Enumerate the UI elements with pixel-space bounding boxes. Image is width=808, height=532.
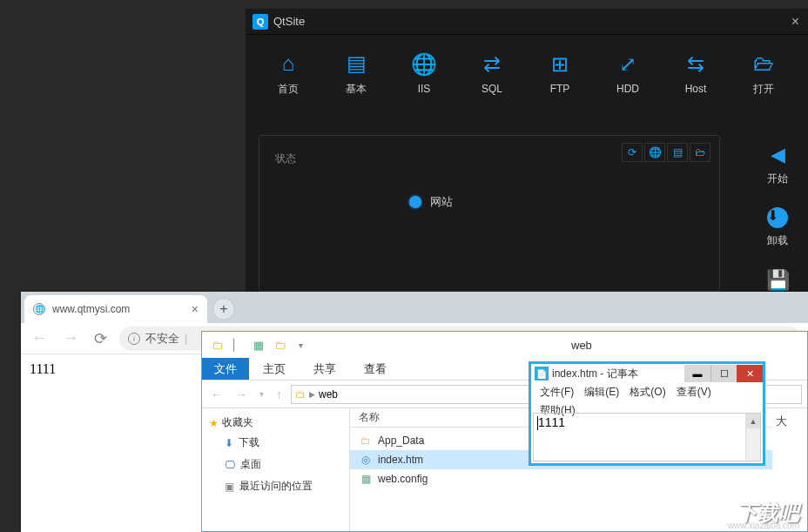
ribbon-file-tab[interactable]: 文件 [202, 358, 249, 380]
qat-sep: ▏ [228, 335, 247, 354]
tool-host-label: Host [685, 83, 707, 95]
sidebar-item-downloads[interactable]: ⬇下载 [205, 432, 346, 454]
tool-open[interactable]: 🗁打开 [730, 43, 798, 104]
tool-hdd[interactable]: ⤢HDD [594, 43, 662, 104]
tool-home[interactable]: ⌂首页 [254, 43, 322, 104]
chrome-tab[interactable]: 🌐 www.qtmysi.com × [24, 295, 207, 323]
panel-folder-button[interactable]: 🗁 [690, 143, 710, 162]
folder-open-icon: 🗁 [753, 51, 774, 77]
nav-back-button[interactable]: ← [207, 387, 226, 401]
nav-history-button[interactable]: ▾ [256, 389, 267, 399]
save-icon: 💾 [766, 269, 790, 292]
sidebar-favorites-header[interactable]: ★ 收藏夹 [205, 414, 346, 432]
folder-icon: 🗀 [359, 434, 373, 448]
chrome-file-icon: ◎ [359, 453, 373, 467]
ftp-icon: ⊞ [551, 51, 569, 77]
side-save-button[interactable]: 💾 [766, 269, 790, 292]
tool-home-label: 首页 [278, 82, 299, 97]
notepad-menubar: 文件(F) 编辑(E) 格式(O) 查看(V) 帮助(H) [531, 383, 763, 413]
sidebar-item-label: 桌面 [240, 457, 261, 472]
qtsite-sidepanel: ◀开始 ⬇卸载 💾 [747, 135, 808, 292]
tool-sql[interactable]: ⇄SQL [458, 43, 526, 104]
notepad-textarea[interactable]: 1111 ▲ [533, 413, 761, 461]
tool-iis[interactable]: 🌐IIS [390, 43, 458, 104]
sidebar-item-label: 最近访问的位置 [239, 479, 313, 494]
tool-host[interactable]: ⇆Host [662, 43, 730, 104]
maximize-button[interactable]: ☐ [710, 365, 737, 382]
download-circle-icon: ⬇ [767, 207, 788, 228]
ribbon-tab-view[interactable]: 查看 [350, 358, 401, 380]
file-label: web.config [378, 473, 428, 485]
hdd-icon: ⤢ [619, 51, 636, 77]
favorites-label: 收藏夹 [222, 415, 253, 430]
chevron-down-icon[interactable]: ▾ [291, 335, 310, 354]
scroll-up-icon[interactable]: ▲ [746, 414, 760, 428]
notepad-title: index.htm - 记事本 [552, 367, 684, 381]
tool-basic[interactable]: ▤基本 [322, 43, 390, 104]
scrollbar-vertical[interactable]: ▲ [745, 414, 760, 461]
forward-button[interactable]: → [59, 329, 82, 347]
qtsite-title: QtSite [273, 15, 791, 28]
panel-refresh-button[interactable]: ⟳ [622, 143, 643, 162]
folder-icon: 🗀 [295, 388, 306, 401]
new-tab-button[interactable]: + [212, 298, 235, 320]
file-item-webconfig[interactable]: ▦web.config [350, 469, 772, 488]
sidebar-item-label: 下载 [239, 435, 259, 450]
tool-ftp[interactable]: ⊞FTP [526, 43, 594, 104]
nav-forward-button[interactable]: → [232, 387, 251, 401]
tool-hdd-label: HDD [616, 83, 639, 95]
file-label: index.htm [378, 454, 423, 466]
chrome-tab-title: www.qtmysi.com [52, 303, 130, 315]
explorer-sidebar: ★ 收藏夹 ⬇下载 🖵桌面 ▣最近访问的位置 [202, 408, 350, 531]
qtsite-window: Q QtSite × ⌂首页 ▤基本 🌐IIS ⇄SQL ⊞FTP ⤢HDD ⇆… [246, 9, 808, 292]
panel-list-button[interactable]: ▤ [667, 143, 688, 162]
ribbon-tab-home[interactable]: 主页 [249, 358, 300, 380]
back-button[interactable]: ← [28, 329, 50, 347]
right-label: 大 [776, 414, 787, 428]
folder-icon: 🗀 [207, 335, 226, 354]
basic-icon: ▤ [347, 51, 367, 77]
breadcrumb-sep: ▶ [309, 390, 315, 399]
star-icon: ★ [209, 417, 219, 429]
desktop-icon: 🖵 [225, 459, 235, 471]
menu-format[interactable]: 格式(O) [624, 383, 670, 401]
explorer-titlebar[interactable]: 🗀 ▏ ▦ 🗀 ▾ web [202, 332, 807, 358]
close-icon[interactable]: × [791, 14, 799, 30]
side-uninstall-label: 卸载 [767, 233, 788, 248]
side-uninstall-button[interactable]: ⬇卸载 [767, 207, 788, 248]
sidebar-item-recent[interactable]: ▣最近访问的位置 [205, 475, 346, 497]
properties-icon[interactable]: ▦ [249, 335, 268, 354]
tool-sql-label: SQL [481, 83, 502, 95]
play-left-icon: ◀ [771, 144, 785, 166]
menu-view[interactable]: 查看(V) [671, 383, 717, 401]
explorer-window-title: web [571, 339, 592, 352]
side-start-label: 开始 [767, 172, 788, 186]
status-dot-icon [409, 196, 421, 208]
security-label: 不安全 [145, 331, 179, 347]
breadcrumb-label[interactable]: web [319, 388, 338, 401]
notepad-titlebar[interactable]: 📄 index.htm - 记事本 ▬ ☐ ✕ [531, 364, 763, 383]
menu-file[interactable]: 文件(F) [535, 383, 579, 401]
sidebar-item-desktop[interactable]: 🖵桌面 [205, 454, 346, 475]
nav-up-button[interactable]: ↑ [273, 387, 286, 401]
notepad-app-icon: 📄 [535, 367, 549, 380]
side-start-button[interactable]: ◀开始 [767, 144, 788, 186]
ribbon-tab-share[interactable]: 共享 [300, 358, 350, 380]
menu-edit[interactable]: 编辑(E) [579, 383, 624, 401]
tool-open-label: 打开 [753, 82, 774, 97]
panel-globe-button[interactable]: 🌐 [644, 143, 665, 162]
sql-icon: ⇄ [483, 51, 501, 77]
tab-close-icon[interactable]: × [192, 302, 199, 316]
file-label: App_Data [378, 434, 424, 447]
folder-icon[interactable]: 🗀 [270, 335, 289, 354]
recent-icon: ▣ [225, 481, 234, 493]
qtsite-titlebar[interactable]: Q QtSite × [246, 9, 808, 35]
chrome-tabstrip: 🌐 www.qtmysi.com × + [21, 292, 808, 323]
minimize-button[interactable]: ▬ [684, 365, 710, 382]
reload-button[interactable]: ⟳ [91, 329, 111, 348]
globe-favicon-icon: 🌐 [33, 303, 45, 315]
host-icon: ⇆ [687, 51, 704, 77]
tool-iis-label: IIS [418, 83, 431, 95]
home-icon: ⌂ [282, 51, 295, 77]
close-button[interactable]: ✕ [737, 365, 763, 382]
